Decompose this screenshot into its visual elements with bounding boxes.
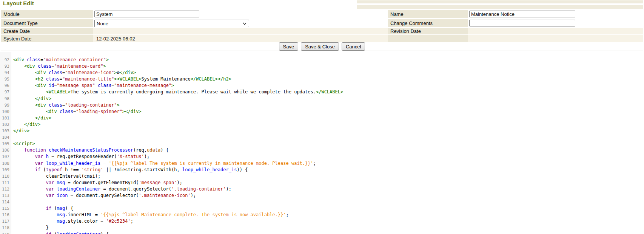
code-text: clearInterval(cmsi); (9, 173, 100, 180)
revision-date-label-cell: Revision Date (388, 28, 468, 34)
line-number: 95 (0, 76, 9, 82)
change-comments-input[interactable] (469, 20, 575, 26)
line-number: 105 (0, 141, 9, 147)
line-number: 115 (0, 205, 9, 212)
code-text: var loadingContainer = document.querySel… (9, 186, 231, 192)
line-number: 116 (0, 212, 9, 218)
code-line: 106 function checkMaintenanceStatusProce… (0, 147, 644, 153)
code-text: var msg = document.getElementById('messa… (9, 180, 182, 186)
code-line: 99 <div class="loading-container"> (0, 102, 644, 108)
line-number: 93 (0, 63, 9, 70)
line-number: 113 (0, 192, 9, 199)
code-text (9, 199, 13, 205)
module-input[interactable] (94, 11, 199, 17)
code-line: 119 if (loadingContainer) { (0, 231, 644, 234)
line-number: 108 (0, 160, 9, 167)
line-number: 114 (0, 199, 9, 205)
line-number: 98 (0, 96, 9, 102)
line-number: 118 (0, 225, 9, 231)
code-line: 113 var icon = document.querySelector('.… (0, 192, 644, 199)
code-line: 103</div> (0, 128, 644, 134)
line-number: 117 (0, 218, 9, 225)
code-line: 110 clearInterval(cmsi); (0, 173, 644, 180)
code-line: 97 <WCLABEL>The system is currently unde… (0, 89, 644, 95)
code-line: 94 <div class="maintenance-icon">⚙</div> (0, 70, 644, 76)
name-label: Name (390, 11, 404, 17)
code-text: var h = req.getResponseHeader('X-status'… (9, 153, 149, 160)
line-number: 97 (0, 89, 9, 95)
empty-label-cell (388, 35, 468, 42)
create-date-value (93, 28, 388, 34)
line-number: 96 (0, 82, 9, 89)
code-text: <div class="maintenance-icon">⚙</div> (9, 70, 136, 76)
code-text: msg.style.color = '#2c5234'; (9, 218, 133, 225)
top-band-upper (357, 0, 643, 3)
code-text: </div> (9, 96, 51, 102)
code-text: <script> (9, 141, 35, 147)
code-line: 100 <div class="loading-spinner"></div> (0, 108, 644, 115)
code-text: var icon = document.querySelector('.main… (9, 192, 196, 199)
code-text: if (msg) { (9, 205, 73, 212)
code-line: 115 if (msg) { (0, 205, 644, 212)
cancel-button[interactable]: Cancel (342, 42, 365, 51)
code-line: 114 (0, 199, 644, 205)
line-number: 99 (0, 102, 9, 108)
document-type-select[interactable]: None (94, 20, 249, 27)
line-number: 92 (0, 57, 9, 63)
code-line: 108 var loop_while_header_is = '{{%pjs ^… (0, 160, 644, 167)
code-text: if (loadingContainer) { (9, 231, 109, 234)
line-number: 100 (0, 108, 9, 115)
line-number: 101 (0, 115, 9, 121)
code-text: <div class="loading-spinner"></div> (9, 108, 142, 115)
code-text: </div> (9, 128, 29, 134)
code-text: var loop_while_header_is = '{{%pjs ^labe… (9, 160, 316, 167)
code-text: } (9, 225, 49, 231)
fieldset-top-border (1, 4, 643, 4)
name-input[interactable] (469, 11, 575, 17)
chevron-down-icon (242, 21, 247, 26)
code-line: 93 <div class="maintenance-card"> (0, 63, 644, 70)
code-line: 92<div class="maintenance-container"> (0, 57, 644, 63)
code-text: <div class="maintenance-container"> (9, 57, 109, 63)
layout-edit-page: Layout Edit Module Name Document Type No… (0, 0, 644, 234)
code-line: 101 </div> (0, 115, 644, 121)
save-and-close-button[interactable]: Save & Close (301, 42, 339, 51)
system-date-label: System Date (3, 36, 31, 42)
line-number: 94 (0, 70, 9, 76)
document-type-selected-value: None (97, 21, 108, 26)
code-line: 96 <div id="message_span" class="mainten… (0, 82, 644, 89)
save-button[interactable]: Save (279, 42, 299, 51)
line-number: 110 (0, 173, 9, 180)
code-text: msg.innerHTML = '{{%pjs ^label Maintenan… (9, 212, 289, 218)
code-editor[interactable]: 92<div class="maintenance-container">93 … (0, 52, 644, 234)
page-title: Layout Edit (2, 0, 36, 6)
code-line: 118 } (0, 225, 644, 231)
code-text: <h2 class="maintenance-title"><WCLABEL>S… (9, 76, 231, 82)
line-number: 107 (0, 153, 9, 160)
empty-value-cell (468, 35, 643, 42)
line-number: 112 (0, 186, 9, 192)
system-date-label-cell: System Date (1, 35, 93, 42)
document-type-label: Document Type (3, 20, 38, 26)
revision-date-value (468, 28, 643, 34)
line-number: 106 (0, 147, 9, 153)
code-line: 105<script> (0, 141, 644, 147)
code-text: </div> (9, 115, 51, 121)
code-line: 112 var loadingContainer = document.quer… (0, 186, 644, 192)
line-number: 111 (0, 180, 9, 186)
code-text: function checkMaintenanceStatusProcessor… (9, 147, 169, 153)
code-line: 111 var msg = document.getElementById('m… (0, 180, 644, 186)
document-type-label-cell: Document Type (1, 19, 93, 27)
module-label: Module (3, 11, 20, 17)
code-line: 116 msg.innerHTML = '{{%pjs ^label Maint… (0, 212, 644, 218)
change-comments-label-cell: Change Comments (388, 19, 468, 27)
code-line: 102 </div> (0, 121, 644, 128)
code-line: 109 if (typeof h !== 'string' || !miestr… (0, 167, 644, 173)
fieldset-bottom-border (1, 51, 643, 51)
line-number: 104 (0, 134, 9, 141)
module-label-cell: Module (1, 10, 93, 18)
line-number: 109 (0, 167, 9, 173)
create-date-label: Create Date (3, 28, 30, 34)
code-text: if (typeof h !== 'string' || !miestring.… (9, 167, 248, 173)
name-label-cell: Name (388, 10, 468, 18)
